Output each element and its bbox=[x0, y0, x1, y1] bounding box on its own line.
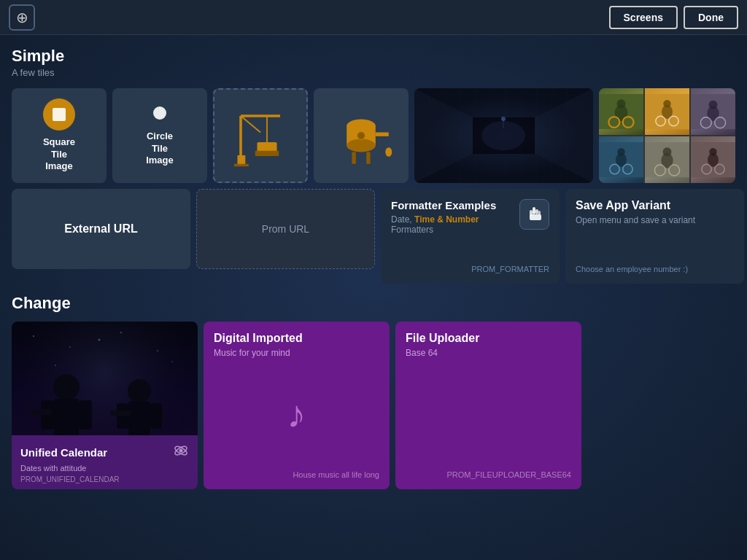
calendar-info-bar: Unified Calendar Dates with attitude PRO… bbox=[12, 435, 198, 489]
circle-tile-label: Circle Tile Image bbox=[146, 131, 174, 168]
save-variant-desc: Open menu and save a variant bbox=[576, 215, 734, 225]
jedi-svg bbox=[173, 443, 189, 459]
uploader-code: PROM_FILEUPLOADER_BASE64 bbox=[406, 470, 571, 479]
svg-rect-0 bbox=[53, 108, 66, 121]
photo-collage-tile[interactable] bbox=[599, 88, 735, 183]
svg-line-4 bbox=[241, 116, 260, 133]
photo-cell-1 bbox=[599, 88, 643, 135]
cyclist-svg-1 bbox=[599, 88, 643, 135]
svg-rect-9 bbox=[234, 164, 249, 167]
svg-point-67 bbox=[55, 365, 56, 366]
file-uploader-tile[interactable]: File Uploader Base 64 PROM_FILEUPLOADER_… bbox=[395, 322, 581, 489]
music-note-icon: ♪ bbox=[287, 392, 306, 436]
cyclist-svg-2 bbox=[645, 88, 689, 135]
svg-point-63 bbox=[69, 346, 71, 348]
external-url-tile[interactable]: External URL bbox=[12, 189, 190, 269]
circle-tile-image[interactable]: Circle Tile Image bbox=[112, 88, 207, 183]
svg-point-38 bbox=[707, 106, 719, 121]
simple-tiles-row-1: Square Tile Image Circle Tile Image bbox=[12, 88, 735, 183]
unified-calendar-tile[interactable]: Unified Calendar Dates with attitude PRO… bbox=[12, 322, 198, 489]
change-section-title: Change bbox=[12, 294, 735, 313]
add-button[interactable]: ⊕ bbox=[9, 4, 35, 31]
photo-cell-3 bbox=[691, 88, 735, 135]
crane-tile[interactable] bbox=[213, 88, 308, 183]
external-url-label: External URL bbox=[64, 222, 137, 236]
cyclist-svg-5 bbox=[645, 136, 689, 183]
main-content: Simple A few tiles Square Tile Image bbox=[0, 35, 747, 489]
svg-rect-73 bbox=[30, 409, 52, 415]
simple-section-subtitle: A few tiles bbox=[12, 67, 735, 78]
svg-rect-13 bbox=[376, 133, 389, 136]
save-variant-tile[interactable]: Save App Variant Open menu and save a va… bbox=[565, 189, 744, 284]
photo-cell-4 bbox=[599, 136, 643, 183]
simple-section-title: Simple bbox=[12, 47, 735, 66]
header: ⊕ Screens Done bbox=[0, 0, 747, 35]
svg-rect-14 bbox=[352, 152, 355, 164]
save-variant-title: Save App Variant bbox=[576, 199, 734, 212]
page-wrapper: ⊕ Screens Done Simple A few tiles Square bbox=[0, 0, 747, 560]
jedi-icon bbox=[173, 443, 189, 462]
calendar-tile-subtitle: Dates with attitude bbox=[20, 464, 189, 472]
svg-rect-7 bbox=[255, 151, 279, 156]
formatter-highlight: Time & Number bbox=[414, 214, 479, 225]
photo-cell-6 bbox=[691, 136, 735, 183]
formatter-code: PROM_FORMATTER bbox=[391, 265, 549, 273]
svg-rect-72 bbox=[79, 400, 92, 429]
svg-point-76 bbox=[128, 379, 151, 402]
square-tile-image[interactable]: Square Tile Image bbox=[12, 88, 107, 183]
plus-icon: ⊕ bbox=[16, 9, 28, 26]
done-button[interactable]: Done bbox=[684, 6, 738, 29]
corridor-svg bbox=[414, 88, 593, 183]
simple-tiles-row-2: External URL Prom URL Formatter Examples… bbox=[12, 189, 735, 284]
formatter-tile-text: Formatter Examples Date, Time & Number F… bbox=[391, 199, 519, 235]
cyclist-svg-3 bbox=[691, 88, 735, 135]
svg-rect-58 bbox=[535, 209, 538, 214]
svg-rect-80 bbox=[110, 411, 131, 416]
save-variant-sub: Choose an employee number :) bbox=[576, 265, 734, 273]
svg-rect-8 bbox=[238, 155, 246, 166]
prom-url-tile[interactable]: Prom URL bbox=[196, 189, 375, 269]
svg-point-66 bbox=[98, 339, 101, 341]
uploader-subtitle: Base 64 bbox=[406, 348, 571, 358]
equipment-tile[interactable] bbox=[314, 88, 409, 183]
calendar-tile-title: Unified Calendar bbox=[20, 443, 189, 462]
cyclist-svg-4 bbox=[599, 136, 643, 183]
digital-center: ♪ bbox=[214, 358, 379, 470]
equipment-svg bbox=[328, 103, 394, 168]
formatter-tile[interactable]: Formatter Examples Date, Time & Number F… bbox=[381, 189, 560, 284]
square-icon-svg bbox=[50, 106, 68, 123]
svg-point-85 bbox=[179, 449, 183, 453]
save-variant-top: Save App Variant Open menu and save a va… bbox=[576, 199, 734, 225]
prom-url-label: Prom URL bbox=[262, 223, 309, 235]
calendar-tile-code: PROM_UNIFIED_CALENDAR bbox=[20, 475, 189, 483]
uploader-tile-top: File Uploader Base 64 bbox=[406, 332, 571, 358]
svg-point-1 bbox=[153, 106, 166, 120]
photo-cell-2 bbox=[645, 88, 689, 135]
svg-rect-6 bbox=[258, 142, 277, 152]
header-right: Screens Done bbox=[609, 6, 738, 29]
dark-scene-tile[interactable] bbox=[414, 88, 593, 183]
crane-svg bbox=[228, 103, 293, 168]
digital-tile-top: Digital Imported Music for your mind bbox=[214, 332, 379, 358]
header-left: ⊕ bbox=[9, 4, 35, 31]
svg-point-68 bbox=[171, 361, 173, 362]
svg-rect-79 bbox=[150, 403, 162, 429]
svg-point-12 bbox=[347, 139, 376, 152]
uploader-title: File Uploader bbox=[406, 332, 571, 345]
svg-point-69 bbox=[53, 374, 80, 400]
svg-point-64 bbox=[120, 332, 122, 333]
formatter-desc: Date, Time & Number Formatters bbox=[391, 214, 519, 235]
svg-point-28 bbox=[615, 105, 628, 121]
square-tile-label: Square Tile Image bbox=[43, 136, 75, 174]
formatter-title: Formatter Examples bbox=[391, 199, 519, 211]
formatter-tile-top: Formatter Examples Date, Time & Number F… bbox=[391, 199, 549, 235]
hand-icon-svg bbox=[526, 206, 543, 223]
circle-tile-icon bbox=[151, 104, 169, 125]
digital-imported-tile[interactable]: Digital Imported Music for your mind ♪ H… bbox=[204, 322, 390, 489]
svg-point-62 bbox=[33, 335, 34, 337]
screens-button[interactable]: Screens bbox=[609, 6, 678, 29]
circle-icon-svg bbox=[151, 104, 169, 122]
svg-rect-56 bbox=[533, 207, 535, 214]
change-tiles-row: Unified Calendar Dates with attitude PRO… bbox=[12, 322, 735, 489]
photo-cell-5 bbox=[645, 136, 689, 183]
